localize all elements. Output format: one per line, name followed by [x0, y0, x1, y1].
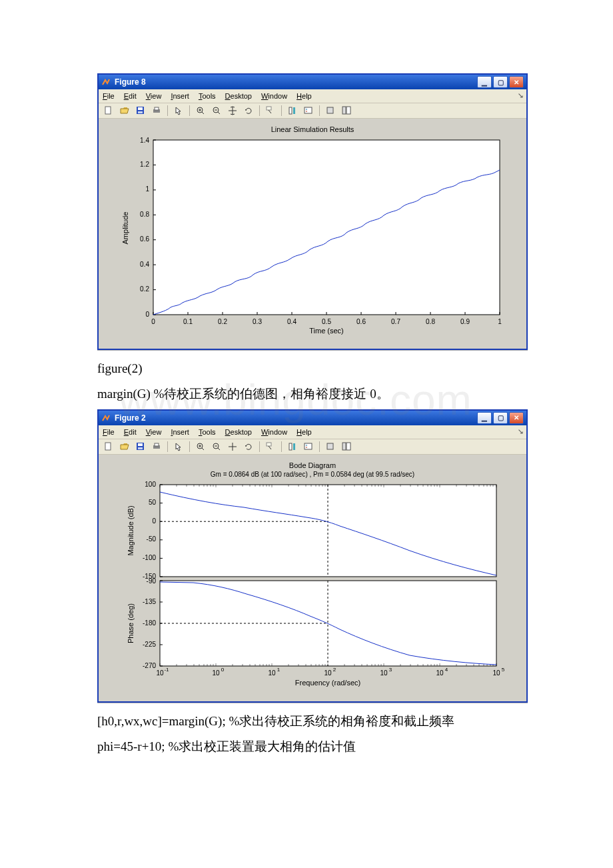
svg-text:0.3: 0.3	[253, 318, 262, 325]
menu-overflow-icon[interactable]: ↘	[517, 91, 524, 99]
svg-text:0: 0	[152, 517, 156, 525]
svg-text:4: 4	[445, 667, 448, 673]
svg-text:0.8: 0.8	[140, 211, 149, 218]
svg-rect-85	[342, 443, 346, 450]
minimize-button[interactable]: ▁	[477, 412, 492, 424]
colorbar-icon[interactable]	[285, 104, 300, 117]
code-line-4: phi=45-r+10; %求出校正装置最大相角的估计值	[97, 736, 540, 757]
svg-rect-22	[346, 107, 350, 114]
code-line-3: [h0,r,wx,wc]=margin(G); %求出待校正系统的相角裕度和截止…	[97, 711, 540, 732]
svg-rect-80	[293, 443, 295, 450]
figure8-plot-title: Linear Simulation Results	[107, 125, 518, 133]
zoom-in-icon[interactable]	[193, 440, 208, 453]
svg-text:0.4: 0.4	[287, 318, 297, 325]
open-icon[interactable]	[117, 104, 132, 117]
save-icon[interactable]	[133, 104, 148, 117]
menu-file[interactable]: File	[103, 92, 115, 100]
menu-tools[interactable]: Tools	[199, 428, 216, 436]
close-button[interactable]: ✕	[509, 412, 524, 424]
figure2-plot-area: Bode Diagram Gm = 0.0864 dB (at 100 rad/…	[99, 455, 526, 701]
zoom-in-icon[interactable]	[193, 104, 208, 117]
show-tools-icon[interactable]	[339, 440, 354, 453]
svg-rect-5	[155, 107, 159, 110]
maximize-button[interactable]: ▢	[493, 412, 508, 424]
figure2-toolbar	[99, 439, 526, 455]
menu-edit[interactable]: Edit	[124, 92, 137, 100]
figure8-titlebar[interactable]: Figure 8 ▁ ▢ ✕	[99, 75, 526, 89]
zoom-out-icon[interactable]	[209, 104, 224, 117]
svg-text:100: 100	[145, 481, 156, 488]
svg-rect-86	[346, 443, 350, 450]
svg-text:0.6: 0.6	[140, 235, 149, 243]
menu-window[interactable]: Window	[261, 92, 287, 100]
menu-insert[interactable]: Insert	[171, 428, 189, 436]
svg-text:3: 3	[389, 667, 392, 673]
menu-file[interactable]: File	[103, 428, 115, 436]
menu-desktop[interactable]: Desktop	[225, 428, 252, 436]
menu-view[interactable]: View	[146, 428, 162, 436]
menu-edit[interactable]: Edit	[124, 428, 137, 436]
pointer-icon[interactable]	[171, 104, 186, 117]
menu-window[interactable]: Window	[261, 428, 287, 436]
menu-help[interactable]: Help	[297, 428, 312, 436]
print-icon[interactable]	[149, 440, 164, 453]
save-icon[interactable]	[133, 440, 148, 453]
svg-text:1: 1	[277, 667, 281, 673]
bode-chart: -150 -100 -50 0 50 100	[107, 481, 513, 687]
new-icon[interactable]	[101, 104, 116, 117]
svg-text:Amplitude: Amplitude	[121, 212, 129, 245]
bode-subtitle: Gm = 0.0864 dB (at 100 rad/sec) , Pm = 0…	[107, 471, 518, 478]
svg-rect-79	[289, 443, 292, 450]
close-button[interactable]: ✕	[509, 76, 524, 88]
hide-tools-icon[interactable]	[323, 440, 338, 453]
svg-text:0.4: 0.4	[140, 261, 149, 268]
svg-text:-270: -270	[143, 662, 156, 669]
minimize-button[interactable]: ▁	[477, 76, 492, 88]
svg-text:Time (sec): Time (sec)	[309, 327, 344, 335]
svg-text:10: 10	[436, 669, 444, 677]
figure2-titlebar[interactable]: Figure 2 ▁ ▢ ✕	[99, 411, 526, 425]
menu-desktop[interactable]: Desktop	[225, 92, 252, 100]
figure8-menubar: File Edit View Insert Tools Desktop Wind…	[99, 89, 526, 103]
svg-text:10: 10	[380, 669, 388, 677]
pan-icon[interactable]	[225, 440, 240, 453]
zoom-out-icon[interactable]	[209, 440, 224, 453]
colorbar-icon[interactable]	[285, 440, 300, 453]
svg-text:0.1: 0.1	[183, 318, 193, 325]
svg-text:Magnitude (dB): Magnitude (dB)	[127, 505, 135, 555]
datacursor-icon[interactable]	[263, 440, 278, 453]
show-tools-icon[interactable]	[339, 104, 354, 117]
open-icon[interactable]	[117, 440, 132, 453]
svg-text:1: 1	[498, 318, 502, 325]
figure2-title: Figure 2	[115, 413, 146, 423]
svg-rect-15	[289, 107, 292, 114]
svg-text:-135: -135	[143, 598, 156, 605]
figure8-title: Figure 8	[115, 77, 146, 87]
menu-overflow-icon[interactable]: ↘	[517, 427, 524, 435]
print-icon[interactable]	[149, 104, 164, 117]
svg-text:-225: -225	[143, 641, 156, 648]
pan-icon[interactable]	[225, 104, 240, 117]
menu-view[interactable]: View	[146, 92, 162, 100]
rotate-icon[interactable]	[241, 104, 256, 117]
figure8-toolbar	[99, 103, 526, 119]
rotate-icon[interactable]	[241, 440, 256, 453]
svg-rect-64	[105, 443, 111, 450]
svg-rect-84	[327, 443, 333, 449]
maximize-button[interactable]: ▢	[493, 76, 508, 88]
datacursor-icon[interactable]	[263, 104, 278, 117]
legend-icon[interactable]	[301, 104, 316, 117]
new-icon[interactable]	[101, 440, 116, 453]
legend-icon[interactable]	[301, 440, 316, 453]
svg-rect-77	[267, 443, 271, 446]
menu-tools[interactable]: Tools	[199, 92, 216, 100]
menu-insert[interactable]: Insert	[171, 92, 189, 100]
figure8-plot-area: Linear Simulation Results 0 0.2 0.4 0.6 …	[99, 119, 526, 349]
pointer-icon[interactable]	[171, 440, 186, 453]
svg-text:10: 10	[268, 669, 276, 677]
figure2-menubar: File Edit View Insert Tools Desktop Wind…	[99, 425, 526, 439]
hide-tools-icon[interactable]	[323, 104, 338, 117]
svg-text:0.7: 0.7	[391, 318, 400, 325]
menu-help[interactable]: Help	[297, 92, 312, 100]
svg-rect-17	[305, 107, 312, 113]
